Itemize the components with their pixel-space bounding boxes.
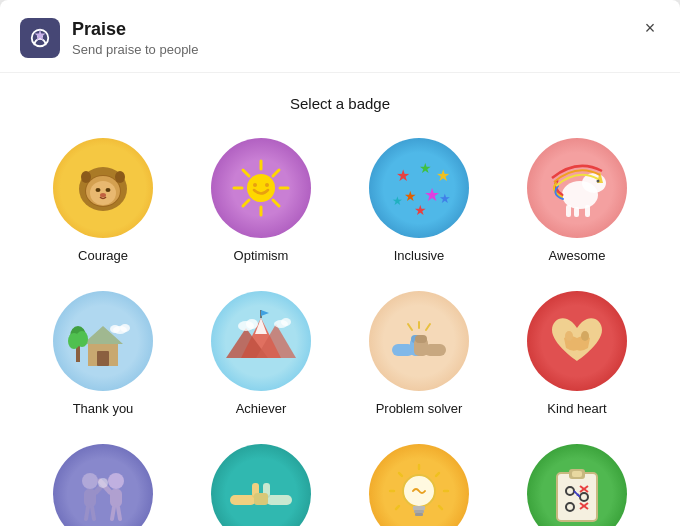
badge-circle-optimism [211, 138, 311, 238]
badge-item-leadership[interactable]: Leadership [182, 434, 340, 526]
badge-item-problemsolver[interactable]: Problem solver [340, 281, 498, 426]
svg-text:★: ★ [396, 167, 410, 184]
badge-circle-teamplayer [53, 444, 153, 526]
svg-point-11 [115, 171, 125, 183]
svg-rect-90 [413, 506, 425, 510]
svg-rect-91 [414, 510, 424, 513]
svg-text:★: ★ [436, 167, 450, 184]
svg-point-69 [82, 473, 98, 489]
badge-circle-creative [369, 444, 469, 526]
badge-label-achiever: Achiever [236, 401, 287, 416]
badge-circle-coach [527, 444, 627, 526]
svg-rect-35 [566, 205, 571, 217]
badge-circle-achiever [211, 291, 311, 391]
svg-line-17 [243, 170, 249, 176]
svg-rect-63 [415, 335, 427, 343]
svg-line-94 [436, 473, 439, 476]
badge-item-coach[interactable]: Coach [498, 434, 656, 526]
svg-line-98 [439, 506, 442, 509]
svg-text:★: ★ [392, 194, 403, 208]
svg-point-67 [565, 331, 573, 341]
svg-point-12 [247, 174, 275, 202]
svg-point-75 [98, 478, 108, 488]
svg-point-68 [581, 331, 589, 341]
badge-circle-kindheart [527, 291, 627, 391]
badge-label-courage: Courage [78, 248, 128, 263]
svg-line-19 [273, 170, 279, 176]
badge-circle-thankyou [53, 291, 153, 391]
badge-circle-courage [53, 138, 153, 238]
close-button[interactable]: × [636, 14, 664, 42]
svg-marker-53 [261, 310, 269, 316]
svg-point-10 [81, 171, 91, 183]
svg-rect-102 [572, 471, 582, 477]
badge-label-problemsolver: Problem solver [376, 401, 463, 416]
svg-text:★: ★ [419, 160, 432, 176]
svg-point-9 [100, 193, 106, 197]
svg-point-34 [597, 180, 600, 183]
svg-point-57 [281, 318, 291, 326]
svg-line-79 [118, 507, 120, 519]
svg-point-21 [253, 183, 257, 187]
badge-circle-leadership [211, 444, 311, 526]
svg-line-95 [399, 473, 402, 476]
svg-point-47 [110, 325, 120, 333]
svg-point-44 [76, 331, 88, 347]
svg-point-55 [246, 319, 258, 329]
svg-line-65 [408, 324, 412, 330]
svg-text:★: ★ [414, 202, 427, 218]
svg-rect-37 [585, 205, 590, 217]
svg-rect-100 [557, 473, 597, 521]
svg-rect-92 [415, 513, 423, 516]
badge-item-awesome[interactable]: Awesome [498, 128, 656, 273]
svg-line-20 [243, 200, 249, 206]
badge-label-kindheart: Kind heart [547, 401, 606, 416]
header-text-block: Praise Send praise to people [72, 19, 198, 58]
badge-item-achiever[interactable]: Achiever [182, 281, 340, 426]
svg-line-78 [112, 507, 114, 519]
dialog-header: Praise Send praise to people [0, 0, 680, 73]
svg-point-8 [106, 188, 111, 192]
praise-icon [20, 18, 60, 58]
badge-item-creative[interactable]: Creative [340, 434, 498, 526]
praise-dialog: Praise Send praise to people × Select a … [0, 0, 680, 526]
badge-item-teamplayer[interactable]: Team player [24, 434, 182, 526]
badge-item-kindheart[interactable]: Kind heart [498, 281, 656, 426]
badge-item-courage[interactable]: Courage [24, 128, 182, 273]
badge-circle-inclusive: ★ ★ ★ ★ ★ ★ ★ ★ [369, 138, 469, 238]
badge-item-inclusive[interactable]: ★ ★ ★ ★ ★ ★ ★ ★ Inclusive [340, 128, 498, 273]
dialog-subtitle: Send praise to people [72, 42, 198, 57]
badge-item-thankyou[interactable]: Thank you [24, 281, 182, 426]
svg-text:★: ★ [439, 191, 451, 206]
svg-line-18 [273, 200, 279, 206]
badge-item-optimism[interactable]: Optimism [182, 128, 340, 273]
svg-point-22 [265, 183, 269, 187]
badge-label-awesome: Awesome [549, 248, 606, 263]
svg-line-76 [86, 507, 88, 519]
svg-rect-40 [97, 351, 109, 366]
svg-point-72 [108, 473, 124, 489]
svg-point-46 [120, 324, 130, 332]
svg-line-99 [396, 506, 399, 509]
svg-rect-36 [574, 207, 579, 217]
section-title: Select a badge [0, 95, 680, 112]
badge-label-inclusive: Inclusive [394, 248, 445, 263]
svg-point-7 [96, 188, 101, 192]
svg-rect-88 [254, 493, 268, 505]
badge-label-thankyou: Thank you [73, 401, 134, 416]
svg-line-66 [426, 324, 430, 330]
badge-circle-problemsolver [369, 291, 469, 391]
badge-label-optimism: Optimism [234, 248, 289, 263]
badge-circle-awesome [527, 138, 627, 238]
svg-line-77 [92, 507, 94, 519]
dialog-title: Praise [72, 19, 198, 41]
badge-grid: Courage Optimism ★ ★ ★ ★ ★ ★ ★ ★ Inclusi… [0, 128, 680, 526]
